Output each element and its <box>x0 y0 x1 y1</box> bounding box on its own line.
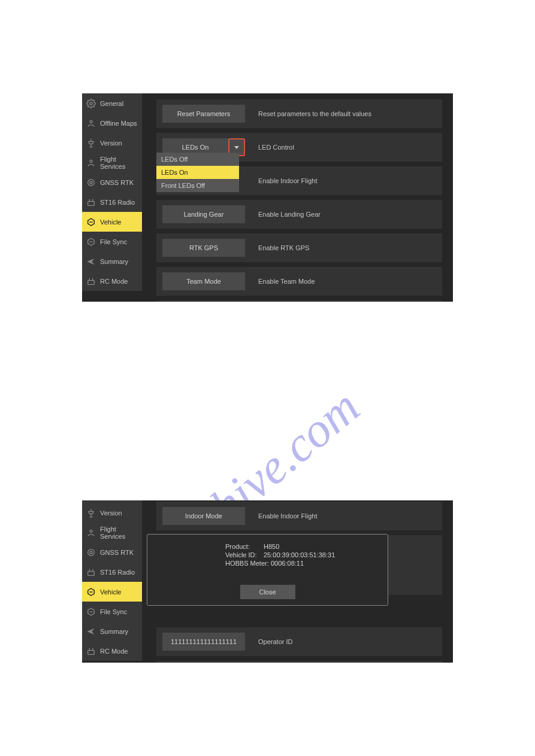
dropdown-option-leds-off[interactable]: LEDs Off <box>156 153 239 166</box>
svg-point-4 <box>88 179 95 186</box>
landing-gear-button[interactable]: Landing Gear <box>162 205 245 223</box>
sidebar-item-label: ST16 Radio <box>100 569 135 576</box>
sidebar-item-label: Flight Services <box>100 526 142 540</box>
sidebar-item-label: Vehicle <box>100 218 121 226</box>
plane-icon <box>86 256 96 267</box>
dialog-value-product: H850 <box>264 543 279 550</box>
hexagon-icon <box>86 217 96 227</box>
sidebar-item-label: Flight Services <box>100 156 142 170</box>
sidebar-item-label: ST16 Radio <box>100 199 135 206</box>
radio-icon <box>86 646 96 657</box>
sidebar-item-rc-mode[interactable]: RC Mode <box>82 271 142 291</box>
svg-rect-15 <box>88 650 95 654</box>
svg-rect-5 <box>88 201 95 205</box>
sidebar-item-flight-services[interactable]: Flight Services <box>82 523 142 542</box>
sidebar-item-rc-mode[interactable]: RC Mode <box>82 641 142 661</box>
svg-point-10 <box>90 551 92 554</box>
reset-parameters-button[interactable]: Reset Parameters <box>162 105 245 123</box>
sidebar-item-label: GNSS RTK <box>100 549 134 556</box>
row-operator-id: 111111111111111111 Operator ID <box>156 627 442 656</box>
sidebar-item-label: Version <box>100 509 122 517</box>
sidebar-item-summary[interactable]: Summary <box>82 621 142 641</box>
dialog-label-product: Product: <box>225 543 264 550</box>
row-description: Reset parameters to the default values <box>258 110 371 117</box>
dialog-label-hobbs: HOBBS Meter: <box>225 560 271 567</box>
sidebar-item-label: General <box>100 100 123 107</box>
row-description: Enable Indoor Flight <box>258 177 317 184</box>
gnss-icon <box>86 177 96 188</box>
map-icon <box>86 118 96 129</box>
row-landing-gear: Landing Gear Enable Landing Gear <box>156 200 442 229</box>
sidebar-item-label: Version <box>100 139 122 147</box>
row-rtk-gps: RTK GPS Enable RTK GPS <box>156 233 442 262</box>
dropdown-option-front-leds-off[interactable]: Front LEDs Off <box>156 179 239 192</box>
row-led-control: LEDs On LED Control LEDs Off LEDs On Fro… <box>156 133 442 162</box>
sidebar-item-file-sync[interactable]: File Sync <box>82 602 142 621</box>
row-indoor-mode: Indoor Mode Enable Indoor Flight <box>156 502 442 530</box>
svg-point-0 <box>90 102 92 105</box>
sidebar-item-st16-radio[interactable]: ST16 Radio <box>82 562 142 582</box>
radio-icon <box>86 276 96 287</box>
sidebar: Version Flight Services GNSS RTK ST16 Ra… <box>82 500 142 661</box>
close-button[interactable]: Close <box>240 585 295 599</box>
settings-screen-2: Version Flight Services GNSS RTK ST16 Ra… <box>82 500 453 663</box>
rtk-gps-button[interactable]: RTK GPS <box>162 239 245 257</box>
operator-id-field[interactable]: 111111111111111111 <box>162 633 245 651</box>
row-operator-id: 111111111111111111 Operator ID <box>156 300 442 302</box>
sidebar-item-file-sync[interactable]: File Sync <box>82 232 142 251</box>
sidebar-item-label: Summary <box>100 628 128 635</box>
sidebar-item-summary[interactable]: Summary <box>82 251 142 271</box>
row-description: Enable Indoor Flight <box>258 512 317 520</box>
sidebar-item-label: File Sync <box>100 608 127 615</box>
row-description: Enable Landing Gear <box>258 211 321 218</box>
sidebar-item-offline-maps[interactable]: Offline Maps <box>82 113 142 133</box>
sidebar-item-vehicle[interactable]: Vehicle <box>82 212 142 232</box>
row-about: About Vehicle information <box>156 661 442 663</box>
sidebar-item-st16-radio[interactable]: ST16 Radio <box>82 192 142 212</box>
svg-point-9 <box>90 530 92 532</box>
row-description: Enable Team Mode <box>258 278 315 285</box>
radio-icon <box>86 197 96 208</box>
sidebar-item-vehicle[interactable]: Vehicle <box>82 582 142 602</box>
flight-services-icon <box>86 157 96 168</box>
version-icon <box>86 508 96 518</box>
content-panel: Reset Parameters Reset parameters to the… <box>142 93 453 302</box>
sidebar-item-gnss-rtk[interactable]: GNSS RTK <box>82 542 142 562</box>
hexagon-icon <box>86 606 96 617</box>
svg-point-3 <box>90 181 92 184</box>
gear-icon <box>86 98 96 109</box>
sidebar-item-version[interactable]: Version <box>82 133 142 153</box>
sidebar-item-flight-services[interactable]: Flight Services <box>82 153 142 172</box>
sidebar-item-label: RC Mode <box>100 278 128 285</box>
sidebar-item-label: Offline Maps <box>100 120 137 127</box>
svg-rect-8 <box>88 280 95 284</box>
flight-services-icon <box>86 527 96 538</box>
indoor-mode-button[interactable]: Indoor Mode <box>162 507 245 525</box>
dropdown-option-leds-on[interactable]: LEDs On <box>156 166 239 179</box>
dialog-value-hobbs: 0006:08:11 <box>271 560 304 567</box>
sidebar-item-version[interactable]: Version <box>82 503 142 523</box>
svg-rect-12 <box>88 571 95 575</box>
dialog-label-vehicle-id: Vehicle ID: <box>225 551 264 558</box>
svg-point-1 <box>90 120 92 123</box>
version-icon <box>86 138 96 148</box>
vehicle-info-dialog: Product: H850 Vehicle ID: 25:00:39:00:03… <box>147 534 388 606</box>
dialog-value-vehicle-id: 25:00:39:00:03:51:38:31 <box>264 551 335 558</box>
row-team-mode: Team Mode Enable Team Mode <box>156 267 442 296</box>
sidebar-item-general[interactable]: General <box>82 93 142 113</box>
team-mode-button[interactable]: Team Mode <box>162 272 245 290</box>
sidebar-item-gnss-rtk[interactable]: GNSS RTK <box>82 172 142 192</box>
svg-point-2 <box>90 160 92 162</box>
row-description: LED Control <box>258 144 294 151</box>
hexagon-icon <box>86 236 96 247</box>
led-dropdown-options: LEDs Off LEDs On Front LEDs Off <box>156 153 239 192</box>
sidebar-item-label: File Sync <box>100 238 127 245</box>
sidebar-item-label: GNSS RTK <box>100 179 134 186</box>
row-reset-parameters: Reset Parameters Reset parameters to the… <box>156 99 442 128</box>
row-description: Enable RTK GPS <box>258 244 309 251</box>
sidebar-item-label: RC Mode <box>100 648 128 655</box>
hexagon-icon <box>86 587 96 597</box>
radio-icon <box>86 567 96 578</box>
gnss-icon <box>86 547 96 558</box>
sidebar-item-label: Summary <box>100 258 128 265</box>
